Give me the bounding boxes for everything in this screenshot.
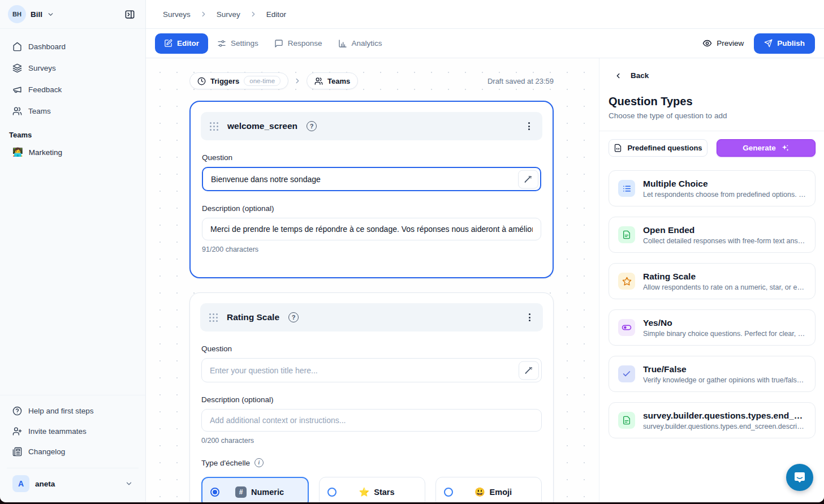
sidebar-item-help[interactable]: Help and first steps [7, 401, 139, 420]
workspace-avatar: BH [8, 5, 26, 23]
canvas-header-row: Triggers one-time Teams Draft saved at 2… [189, 72, 554, 89]
sidebar-item-feedback[interactable]: Feedback [7, 80, 139, 99]
chevron-right-icon [294, 77, 301, 85]
question-types-panel: Back Question Types Choose the type of q… [599, 58, 824, 502]
account-avatar: A [12, 475, 29, 492]
question-input[interactable] [202, 167, 541, 191]
breadcrumb-editor[interactable]: Editor [266, 10, 286, 19]
teams-chip-label: Teams [327, 77, 350, 85]
ai-rewrite-button[interactable] [519, 361, 539, 380]
question-label: Question [201, 344, 542, 353]
sidebar-item-label: Changelog [28, 447, 65, 456]
rating-scale-card[interactable]: Rating Scale ? Question [189, 292, 554, 502]
scale-option-stars[interactable]: ⭐ Stars [319, 477, 425, 502]
sidebar-item-changelog[interactable]: Changelog [7, 442, 139, 461]
kebab-menu-icon[interactable] [525, 119, 533, 133]
kebab-menu-icon[interactable] [525, 310, 534, 325]
card-title: Rating Scale [227, 312, 279, 322]
question-type-true-false[interactable]: True/False Verify knowledge or gather op… [609, 356, 816, 392]
scale-option-numeric[interactable]: # Numeric [201, 477, 309, 502]
sidebar-item-teams[interactable]: Teams [7, 101, 139, 120]
radio-icon [327, 488, 336, 497]
technologist-emoji-icon: 👩‍💻 [12, 147, 23, 157]
breadcrumb-survey[interactable]: Survey [217, 10, 240, 19]
chevron-left-icon [614, 72, 622, 80]
file-icon [614, 144, 622, 152]
teams-chip[interactable]: Teams [307, 72, 358, 89]
account-menu[interactable]: A aneta [7, 468, 139, 496]
scale-type-label: Type d'échelle [201, 459, 250, 467]
ai-rewrite-button[interactable] [518, 170, 538, 188]
sidebar-item-label: Dashboard [28, 42, 66, 51]
tab-response[interactable]: Response [268, 33, 329, 54]
predefined-questions-label: Predefined questions [627, 144, 702, 152]
info-icon[interactable]: i [254, 458, 264, 467]
help-circle-icon[interactable]: ? [288, 312, 299, 322]
one-time-badge: one-time [244, 76, 281, 86]
generate-button[interactable]: Generate [717, 139, 816, 157]
tab-label: Analytics [352, 39, 382, 48]
teams-section-label: Teams [0, 123, 145, 143]
sidebar-footer-nav: Help and first steps Invite teammates Ch… [0, 395, 145, 463]
radio-icon [444, 488, 453, 497]
preview-button[interactable]: Preview [702, 38, 744, 48]
main-area: Surveys Survey Editor Editor Setting [146, 0, 824, 502]
breadcrumb-surveys[interactable]: Surveys [163, 10, 191, 19]
team-name-label: Marketing [29, 148, 62, 157]
chevron-right-icon [249, 10, 257, 18]
tab-analytics[interactable]: Analytics [331, 33, 389, 54]
sidebar-toggle-button[interactable] [122, 6, 137, 22]
sidebar-item-marketing[interactable]: 👩‍💻 Marketing [0, 143, 145, 162]
smiley-emoji-icon: 😃 [474, 487, 485, 497]
question-type-open-ended[interactable]: Open Ended Collect detailed responses wi… [609, 217, 816, 253]
help-circle-icon [12, 406, 22, 416]
type-title: Rating Scale [643, 272, 806, 282]
question-type-rating-scale[interactable]: Rating Scale Allow respondents to rate o… [609, 263, 816, 299]
scale-option-emoji[interactable]: 😃 Emoji [435, 477, 542, 502]
chat-launcher-button[interactable] [786, 464, 813, 491]
question-type-multiple-choice[interactable]: Multiple Choice Let respondents choose f… [609, 170, 816, 206]
sidebar-item-dashboard[interactable]: Dashboard [7, 37, 139, 56]
drag-handle-icon[interactable] [210, 122, 218, 131]
workspace-switcher[interactable]: BH Bill [0, 0, 145, 29]
tab-label: Settings [231, 39, 258, 48]
triggers-chip[interactable]: Triggers one-time [189, 72, 288, 89]
question-type-end-screen[interactable]: survey.builder.questions.types.end_scr..… [609, 402, 816, 438]
tab-label: Editor [177, 39, 199, 48]
help-circle-icon[interactable]: ? [307, 121, 317, 131]
editor-toolbar: Editor Settings Response Analytics [146, 29, 824, 58]
triggers-label: Triggers [210, 77, 239, 85]
predefined-questions-button[interactable]: Predefined questions [609, 139, 707, 157]
publish-button[interactable]: Publish [754, 33, 815, 54]
document-icon [618, 412, 635, 429]
sidebar-item-invite[interactable]: Invite teammates [7, 421, 139, 441]
back-button[interactable]: Back [609, 71, 816, 80]
description-input[interactable] [202, 218, 541, 240]
radio-selected-icon [210, 488, 219, 497]
sidebar-item-surveys[interactable]: Surveys [7, 58, 139, 77]
survey-editor-app: BH Bill Dashboard Surv [0, 0, 824, 502]
workspace-name: Bill [31, 10, 42, 19]
users-icon [12, 106, 22, 116]
editor-content: Triggers one-time Teams Draft saved at 2… [146, 58, 824, 502]
question-type-yes-no[interactable]: Yes/No Simple binary choice questions. P… [609, 309, 816, 346]
tab-editor[interactable]: Editor [155, 33, 208, 54]
clock-icon [197, 77, 206, 85]
chevron-right-icon [200, 10, 208, 18]
home-icon [12, 42, 22, 51]
panel-title: Question Types [609, 95, 816, 108]
description-input[interactable] [201, 409, 542, 432]
welcome-card-header: welcome_screen ? [201, 112, 542, 140]
drag-handle-icon[interactable] [209, 313, 218, 322]
account-name: aneta [35, 480, 55, 488]
tab-settings[interactable]: Settings [210, 33, 265, 54]
sidebar-nav: Dashboard Surveys Feedback Teams [0, 29, 145, 123]
star-icon [618, 273, 635, 290]
magic-wand-icon [525, 367, 533, 374]
welcome-screen-card[interactable]: welcome_screen ? Question [189, 101, 554, 278]
description-label: Description (optional) [202, 204, 541, 213]
question-input[interactable] [201, 358, 542, 382]
sidebar-item-label: Help and first steps [28, 407, 94, 415]
type-description: Collect detailed responses with free-for… [643, 237, 806, 245]
send-icon [764, 39, 773, 48]
